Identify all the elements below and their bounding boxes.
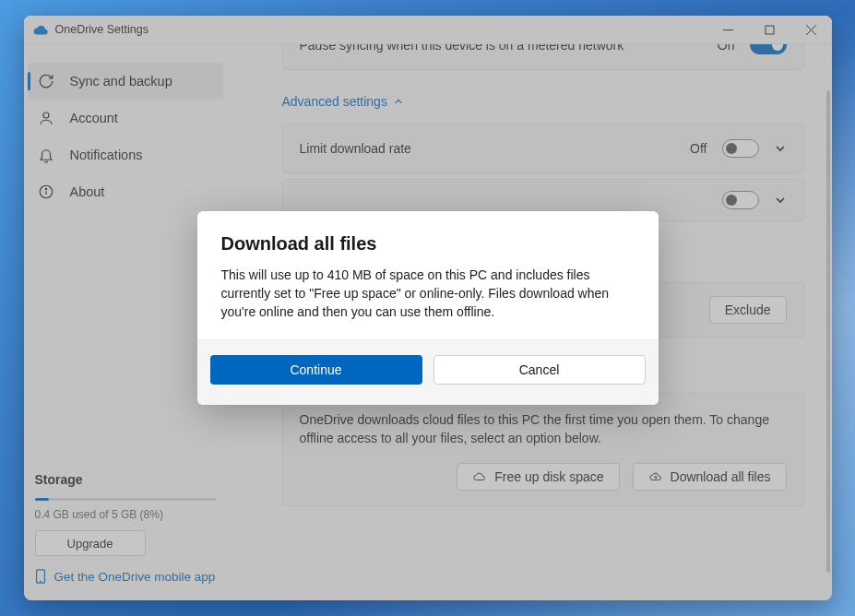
dialog-body-text: This will use up to 410 MB of space on t… — [221, 266, 635, 322]
cancel-button[interactable]: Cancel — [433, 355, 646, 385]
modal-overlay: Download all files This will use up to 4… — [24, 16, 832, 600]
onedrive-settings-window: OneDrive Settings Sync and backup — [24, 16, 832, 600]
continue-button[interactable]: Continue — [210, 355, 422, 385]
download-all-files-dialog: Download all files This will use up to 4… — [197, 211, 659, 406]
dialog-title: Download all files — [221, 233, 635, 255]
